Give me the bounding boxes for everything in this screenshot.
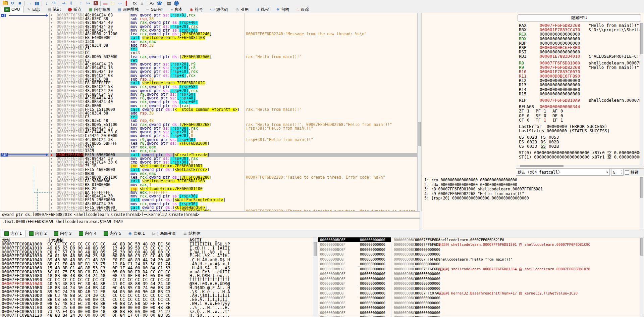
stack-row[interactable]: 000000D0BC6F00007FF6F6D8shellcodelearn.0…: [392, 237, 644, 242]
instruction-dot-icon[interactable]: [51, 139, 52, 141]
register-row[interactable]: ZF1PF1AF0: [519, 109, 640, 113]
disasm-row[interactable]: 00007FF6F6D848:83C4 38add rsp,38: [0, 111, 418, 115]
stack-row[interactable]: 000000D0BC6F000000000000: [392, 271, 644, 276]
argument-row[interactable]: 2: rdx 0000000000000000 0000000000000000: [424, 183, 517, 187]
stack-row[interactable]: 000000D0BC6F000000000000: [392, 286, 644, 291]
instruction-dot-icon[interactable]: [51, 169, 52, 171]
disasm-row[interactable]: 00007FF6F6D848:8B5424 20mov rdx,qword pt…: [0, 29, 418, 32]
disasm-row[interactable]: 00007FF6F6D8E8 E4000000call shellcodelea…: [0, 36, 418, 40]
bottom-tab-内存 2[interactable]: 内存 2: [25, 230, 50, 237]
disasm-row[interactable]: 00007FF6F6D848:8D0D B51100lea rcx,qword …: [0, 176, 418, 179]
disasm-row[interactable]: 00007FF6F6D848:894C24 08mov qword ptr ss…: [0, 74, 418, 78]
instruction-dot-icon[interactable]: [51, 105, 52, 107]
memory-dump-pane[interactable]: 地址十六进制ASCII00007FFC09BA1000CC CC CC CC C…: [0, 237, 317, 317]
instruction-dot-icon[interactable]: [51, 67, 52, 69]
dump-scrollbar[interactable]: [313, 237, 317, 317]
disasm-row[interactable]: 00007FF6F6D833C0xor eax,eax: [0, 40, 418, 44]
instruction-dot-icon[interactable]: [51, 60, 52, 61]
disasm-row[interactable]: 00007FF6F6D8FF15 15110000call qword ptr …: [0, 108, 418, 111]
disasm-row[interactable]: 00007FF6F6D88BD0mov edx,eax: [0, 172, 418, 176]
instruction-dot-icon[interactable]: [51, 56, 52, 58]
unlock-checkbox[interactable]: [625, 170, 629, 175]
instruction-dot-icon[interactable]: [51, 18, 52, 20]
stack-row[interactable]: 000000D0BC6F000000000000: [392, 276, 644, 281]
instruction-dot-icon[interactable]: [51, 14, 52, 16]
stack-row[interactable]: 000000D0BC6F000000000000: [318, 262, 391, 266]
register-row[interactable]: R130000000000000000: [519, 83, 640, 87]
registers-scrollbar[interactable]: [640, 22, 643, 168]
disasm-row[interactable]: 00007FF6F6D833D2xor edx,edx: [0, 145, 418, 149]
tab-cpu[interactable]: 64CPU: [1, 6, 23, 13]
disasm-row[interactable]: 00007FF6F6D848:837C24 30 0cmp qword ptr …: [0, 161, 418, 164]
stack-row[interactable]: 000000D0BC6F000000000000: [318, 286, 391, 291]
bottom-tab-监视 1[interactable]: ◉监视 1: [125, 230, 149, 237]
debuggee-phone-icon[interactable]: ☎: [156, 0, 163, 6]
register-row[interactable]: LastStatus 00000000 (STATUS_SUCCESS): [519, 129, 640, 133]
registers-pane[interactable]: 隐藏FPU RAX00007FF6F6D82268"Hello from mai…: [516, 13, 644, 169]
disasm-row[interactable]: 00007FF6F6D8FF15 290F0000call qword ptr …: [0, 198, 418, 202]
disasm-row[interactable]: 00007FF6F6D848:8B4C24 30mov rcx,qword pt…: [0, 202, 418, 206]
stack-row[interactable]: 000000D0BC6F000000000000: [318, 281, 391, 286]
instruction-dot-icon[interactable]: [51, 120, 52, 122]
stack-row[interactable]: 000000D0BC6F000000000000: [318, 315, 391, 317]
instruction-dot-icon[interactable]: [51, 63, 52, 65]
disasm-row[interactable]: 00007FF6F6D848:894C24 08mov qword ptr ss…: [0, 13, 418, 17]
bottom-tab-内存 3[interactable]: 内存 3: [50, 230, 75, 237]
tab-日志[interactable]: ✎日志: [23, 6, 44, 13]
stack-row[interactable]: 000000D0BC6F000000000000: [318, 301, 391, 305]
instruction-dot-icon[interactable]: [51, 82, 52, 84]
register-row[interactable]: ES002B DS002B: [519, 140, 640, 144]
arguments-pane[interactable]: 1: rcx 0000000000000000 0000000000000000…: [422, 176, 644, 230]
disasm-row[interactable]: 00007FF6F6D848:8D05 6D2000lea rax,qword …: [0, 55, 418, 59]
disasm-row[interactable]: 00007FF6F6D8FF15 0E0F0000call qword ptr …: [0, 206, 418, 210]
tab-脚本[interactable]: ≡脚本: [167, 6, 186, 13]
stack-row[interactable]: 000000D0BC6F000000000000: [318, 257, 391, 262]
disasm-row[interactable]: 00007FF6F6D8C3ret: [0, 115, 418, 119]
disasm-row[interactable]: 00007FF6F6D8C3ret: [0, 59, 418, 62]
stack-row[interactable]: 000000D0BC6F000000000000: [318, 276, 391, 281]
register-row[interactable]: R800007FF6F6D81000shellcodelearn.00007FF…: [519, 61, 640, 65]
instruction-dot-icon[interactable]: [51, 26, 52, 28]
run-unconditional-icon[interactable]: ⇒: [60, 0, 67, 6]
disasm-row[interactable]: 00007FF6F6D8BA FFFFFFFFmov edx,FFFFFFFF: [0, 191, 418, 194]
instruction-dot-icon[interactable]: [51, 143, 52, 144]
instruction-dot-icon[interactable]: [51, 97, 52, 99]
disasm-row[interactable]: 00007FF6F6D848:83EC 38sub rsp,38: [0, 17, 418, 21]
favourites-globe-icon[interactable]: [173, 0, 180, 6]
step-over-icon[interactable]: ↷: [50, 0, 58, 6]
run-to-user-code-icon[interactable]: ↦: [85, 0, 92, 6]
instruction-dot-icon[interactable]: [51, 165, 52, 167]
tab-句柄[interactable]: ❖句柄: [272, 6, 293, 13]
stack-row[interactable]: 000000D0BC6F00007FF6F6D8返回到 shellcodelea…: [392, 267, 644, 271]
bottom-tab-局部变量[interactable]: [x=]局部变量: [149, 230, 180, 237]
instruction-dot-icon[interactable]: [51, 109, 52, 110]
instruction-dot-icon[interactable]: [51, 22, 52, 24]
register-row[interactable]: RBP0000000000000000: [519, 41, 640, 45]
instruction-dot-icon[interactable]: [51, 184, 52, 186]
disasm-row[interactable]: 00007FF6F6D848:894424 30mov qword ptr ss…: [0, 157, 418, 161]
instruction-dot-icon[interactable]: [51, 52, 52, 54]
stack-row[interactable]: 000000D0BC6F00007FF6F6D8返回到 shellcodelea…: [392, 242, 644, 247]
disasm-row[interactable]: 00007FF6F6D8˅75 1Bjne shellcodelearn.7FF…: [0, 164, 418, 168]
disasm-row[interactable]: 00007FF6F6D848:8B4424 40mov rax,qword pt…: [0, 21, 418, 25]
disasm-row[interactable]: 00007FF6F6D8˅EB 29jmp shellcodelearn.7FF…: [0, 187, 418, 191]
instruction-dot-icon[interactable]: [51, 48, 52, 50]
disasm-row[interactable]: 00007FF6F6D848:83C4 38add rsp,38: [0, 44, 418, 47]
font-icon[interactable]: A₂: [148, 0, 156, 6]
disasm-row[interactable]: 00007FF6F6D848:894424 20mov qword ptr ss…: [0, 25, 418, 29]
functions-icon[interactable]: fx: [131, 0, 139, 6]
instruction-dot-icon[interactable]: [51, 79, 52, 80]
register-row[interactable]: CF0TF1IF1: [519, 118, 640, 122]
disasm-row[interactable]: 00007FF6F6D8FF15 460F0000call qword ptr …: [0, 168, 418, 172]
stack-row[interactable]: 000000D0BC6F000000000000: [392, 296, 644, 300]
register-row[interactable]: RIP00007FF6F6D810A9shellcodelearn.00007F…: [519, 98, 640, 102]
stack-row[interactable]: 000000D0BC6F000000000000: [392, 310, 644, 315]
argument-row[interactable]: 1: rcx 0000000000000000 0000000000000000: [424, 178, 517, 183]
register-row[interactable]: R11000000D0BC6FF890: [519, 74, 640, 78]
breakpoint-dot-active-icon[interactable]: [51, 154, 52, 156]
tab-符号[interactable]: ◉符号: [186, 6, 207, 13]
run-icon[interactable]: →: [26, 0, 33, 6]
attach-icon[interactable]: ∞: [116, 0, 124, 6]
disasm-row[interactable]: 00007FF6F6D84C:894424 18mov qword ptr ss…: [0, 66, 418, 70]
disasm-row[interactable]: 00007FF6F6D848:83EC 48sub rsp,48: [0, 119, 418, 123]
